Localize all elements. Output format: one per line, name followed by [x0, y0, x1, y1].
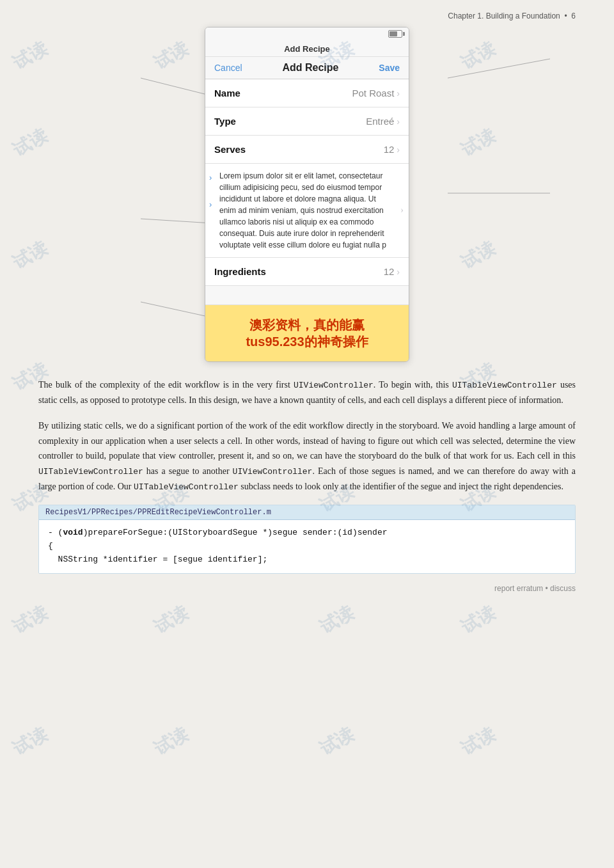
- page-header: Chapter 1. Building a Foundation • 6: [0, 0, 614, 27]
- nav-main-title: Add Recipe: [282, 62, 338, 74]
- ingredients-label: Ingredients: [214, 266, 266, 277]
- serves-cell[interactable]: Serves 12 ›: [205, 136, 409, 164]
- nav-bar: Add Recipe Cancel Add Recipe Save: [205, 28, 409, 79]
- code-tableviewcontroller-3: UITableViewController: [134, 482, 239, 492]
- battery-icon: [388, 30, 402, 38]
- empty-space: [205, 286, 409, 305]
- code-content: - (void)prepareForSegue:(UIStoryboardSeg…: [39, 520, 575, 572]
- nav-buttons: Cancel Add Recipe Save: [205, 57, 409, 79]
- name-cell[interactable]: Name Pot Roast ›: [205, 79, 409, 107]
- iphone-area: Add Recipe Cancel Add Recipe Save Name P…: [38, 27, 576, 362]
- page-footer: report erratum • discuss: [0, 574, 614, 599]
- description-arrow-top: ›: [209, 173, 212, 182]
- ingredients-cell[interactable]: Ingredients 12 ›: [205, 258, 409, 286]
- type-chevron: ›: [397, 116, 400, 127]
- serves-label: Serves: [214, 144, 246, 155]
- description-text: Lorem ipsum dolor sit er elit lamet, con…: [205, 164, 409, 257]
- page-content: Add Recipe Cancel Add Recipe Save Name P…: [0, 27, 614, 574]
- footer-dot: •: [545, 584, 550, 593]
- description-cell[interactable]: › › Lorem ipsum dolor sit er elit lamet,…: [205, 164, 409, 258]
- name-label: Name: [214, 88, 240, 99]
- code-viewcontroller-2: UIViewController: [233, 467, 313, 477]
- promo-text: 澳彩资料，真的能赢 tus95.233的神奇操作: [246, 317, 368, 350]
- code-tableviewcontroller-1: UITableViewController: [452, 381, 557, 390]
- footer-report[interactable]: report erratum: [494, 584, 543, 593]
- type-value: Entreé ›: [366, 116, 400, 127]
- code-line-2: {: [48, 540, 566, 553]
- save-button[interactable]: Save: [379, 63, 400, 73]
- code-filename: RecipesV1/PPRecipes/PPREditRecipeViewCon…: [39, 505, 575, 520]
- description-chevron: ›: [400, 205, 404, 216]
- code-line-1: - (void)prepareForSegue:(UIStoryboardSeg…: [48, 526, 566, 540]
- promo-area: 澳彩资料，真的能赢 tus95.233的神奇操作: [205, 305, 409, 361]
- chapter-title: Chapter 1. Building a Foundation: [448, 12, 560, 20]
- code-tableviewcontroller-2: UITableViewController: [38, 467, 143, 477]
- body-paragraph-1: The bulk of the complexity of the edit w…: [38, 377, 576, 408]
- code-block: RecipesV1/PPRecipes/PPREditRecipeViewCon…: [38, 505, 576, 573]
- code-line-3: NSString *identifier = [segue identifier…: [48, 553, 566, 567]
- ingredients-chevron: ›: [397, 267, 400, 277]
- nav-bar-title: Add Recipe: [284, 44, 330, 54]
- cancel-button[interactable]: Cancel: [214, 63, 242, 73]
- description-arrow-bottom: ›: [209, 200, 212, 209]
- nav-title-bar: Add Recipe: [205, 39, 409, 57]
- name-chevron: ›: [397, 88, 400, 99]
- serves-chevron: ›: [397, 145, 400, 155]
- code-viewcontroller-1: UIViewController: [294, 381, 374, 390]
- page-number: 6: [571, 12, 576, 20]
- ingredients-value: 12 ›: [384, 266, 400, 277]
- iphone-mockup: Add Recipe Cancel Add Recipe Save Name P…: [205, 27, 409, 362]
- footer-discuss[interactable]: discuss: [550, 584, 576, 593]
- svg-line-3: [448, 59, 550, 78]
- name-value: Pot Roast ›: [352, 88, 400, 99]
- type-cell[interactable]: Type Entreé ›: [205, 107, 409, 136]
- status-bar: [205, 28, 409, 39]
- type-label: Type: [214, 116, 236, 127]
- serves-value: 12 ›: [384, 144, 400, 155]
- body-paragraph-2: By utilizing static cells, we do a signi…: [38, 418, 576, 495]
